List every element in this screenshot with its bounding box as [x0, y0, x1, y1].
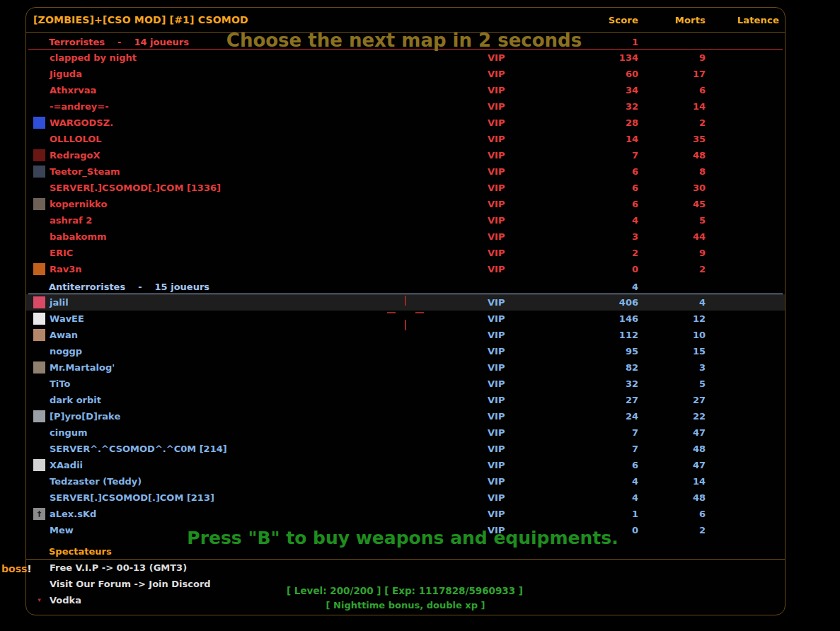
vip-badge: VIP	[488, 199, 571, 209]
player-score: 4	[571, 215, 638, 226]
player-row[interactable]: Rav3n VIP 0 2	[26, 261, 785, 277]
player-score: 60	[571, 69, 638, 79]
wargodsz-avatar	[33, 117, 45, 129]
player-morts: 5	[638, 215, 706, 226]
column-header-latence: Latence	[706, 15, 779, 25]
player-row[interactable]: SERVER[.]CSOMOD[.]COM [213] VIP 4 48	[26, 490, 785, 506]
player-row[interactable]: clapped by night VIP 134 9	[26, 50, 785, 66]
team-section-terroristes: Terroristes - 14 joueurs 1 clapped by ni…	[26, 35, 785, 277]
vip-badge: VIP	[488, 346, 571, 357]
vip-badge: VIP	[488, 444, 571, 454]
player-score: 95	[571, 346, 638, 357]
player-row[interactable]: OLLLOLOL VIP 14 35	[26, 131, 785, 147]
nighttime-bonus-message: [ Nighttime bonus, double xp ]	[326, 600, 485, 610]
player-score: 7	[571, 444, 638, 454]
player-score: 1	[571, 509, 638, 519]
vip-badge: VIP	[488, 101, 571, 112]
player-row[interactable]: † aLex.sKd VIP 1 6	[26, 506, 785, 522]
player-score: 24	[571, 411, 638, 422]
player-morts: 2	[638, 264, 706, 274]
player-row[interactable]: Jiguda VIP 60 17	[26, 66, 785, 82]
player-row[interactable]: SERVER[.]CSOMOD[.]COM [1336] VIP 6 30	[26, 180, 785, 196]
vip-badge: VIP	[488, 231, 571, 242]
player-row[interactable]: Teetor_Steam VIP 6 8	[26, 163, 785, 180]
level-exp-message: [ Level: 200/200 ] [ Exp: 1117828/596093…	[287, 585, 523, 596]
player-name: TiTo	[50, 378, 70, 389]
player-row[interactable]: ashraf 2 VIP 4 5	[26, 212, 785, 228]
vip-badge: VIP	[488, 52, 571, 63]
player-morts: 2	[638, 525, 706, 536]
player-row[interactable]: TiTo VIP 32 5	[26, 376, 785, 392]
player-score: 32	[571, 101, 638, 112]
player-name: ashraf 2	[50, 215, 92, 226]
vip-badge: VIP	[488, 362, 571, 373]
player-row[interactable]: WARGODSZ. VIP 28 2	[26, 115, 785, 131]
player-morts: 48	[638, 150, 706, 161]
player-name: SERVER[.]CSOMOD[.]COM [213]	[50, 492, 214, 503]
spectator-text: Visit Our Forum -> Join Discord	[50, 579, 211, 589]
avatar	[33, 427, 45, 439]
player-morts: 17	[638, 69, 706, 79]
avatar	[33, 182, 45, 194]
player-row[interactable]: Tedzaster (Teddy) VIP 4 14	[26, 473, 785, 490]
player-name: babakomm	[50, 231, 106, 242]
vip-badge: VIP	[488, 117, 571, 128]
player-morts: 8	[638, 166, 706, 177]
player-name: Teetor_Steam	[50, 166, 120, 177]
xaadii-avatar	[33, 459, 45, 471]
player-name: Rav3n	[50, 264, 82, 274]
vip-badge: VIP	[488, 166, 571, 177]
vip-badge: VIP	[488, 411, 571, 422]
buy-hint-message: Press "B" to buy weapons and equipments.	[187, 528, 618, 548]
player-name: OLLLOLOL	[50, 134, 102, 144]
pyro-drake-avatar	[33, 410, 45, 422]
player-row[interactable]: kopernikko VIP 6 45	[26, 196, 785, 212]
chat-author: boss	[1, 563, 27, 574]
vip-badge: VIP	[488, 476, 571, 487]
player-row[interactable]: -=andrey=- VIP 32 14	[26, 98, 785, 115]
chat-message: boss!	[1, 563, 32, 574]
player-morts: 27	[638, 395, 706, 405]
player-morts: 47	[638, 427, 706, 438]
player-row[interactable]: cingum VIP 7 47	[26, 424, 785, 441]
player-row[interactable]: Mr.Martalog' VIP 82 3	[26, 359, 785, 376]
player-row[interactable]: dark orbit VIP 27 27	[26, 392, 785, 408]
player-name: Mr.Martalog'	[50, 362, 115, 373]
player-row[interactable]: RedragoX VIP 7 48	[26, 147, 785, 163]
column-header-morts: Morts	[638, 15, 706, 25]
vip-badge: VIP	[488, 427, 571, 438]
player-row[interactable]: noggp VIP 95 15	[26, 343, 785, 359]
player-score: 6	[571, 199, 638, 209]
player-row[interactable]: SERVER^.^CSOMOD^.^C0M [214] VIP 7 48	[26, 441, 785, 457]
spectator-text: Vodka	[50, 595, 81, 606]
game-scene: [ZOMBIES]+[CSO MOD] [#1] CSOMOD Score Mo…	[0, 0, 840, 631]
player-score: 406	[571, 297, 638, 308]
player-row[interactable]: Athxrvaa VIP 34 6	[26, 82, 785, 98]
crosshair-bottom	[405, 320, 406, 330]
player-name: cingum	[50, 427, 88, 438]
player-row[interactable]: [P]yro[D]rake VIP 24 22	[26, 408, 785, 424]
player-score: 7	[571, 150, 638, 161]
player-morts: 15	[638, 346, 706, 357]
team-player-count: 15 joueurs	[155, 282, 209, 292]
player-name: Athxrvaa	[50, 85, 96, 95]
player-score: 146	[571, 313, 638, 324]
vip-badge: VIP	[488, 183, 571, 193]
awan-avatar	[33, 329, 45, 341]
player-name: noggp	[50, 346, 82, 357]
player-row[interactable]: babakomm VIP 3 44	[26, 228, 785, 245]
avatar	[33, 84, 45, 96]
player-morts: 2	[638, 117, 706, 128]
player-score: 27	[571, 395, 638, 405]
vip-badge: VIP	[488, 215, 571, 226]
player-name: Mew	[50, 525, 74, 536]
scoreboard-header-row: [ZOMBIES]+[CSO MOD] [#1] CSOMOD Score Mo…	[26, 8, 785, 32]
player-morts: 47	[638, 460, 706, 470]
player-row[interactable]: XAadii VIP 6 47	[26, 457, 785, 473]
player-row[interactable]: ERIC VIP 2 9	[26, 245, 785, 261]
vip-badge: VIP	[488, 330, 571, 340]
jalil-avatar	[33, 296, 45, 308]
player-morts: 3	[638, 362, 706, 373]
player-morts: 5	[638, 378, 706, 389]
spectator-row: Free V.I.P -> 00-13 (GMT3)	[26, 560, 785, 576]
